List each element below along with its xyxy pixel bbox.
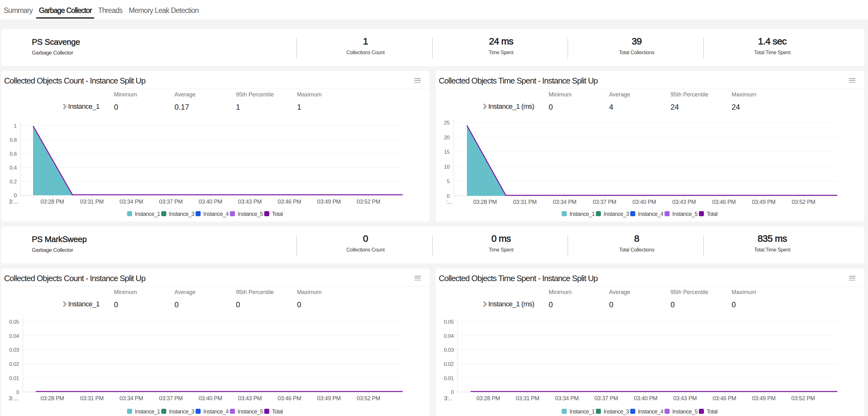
svg-text:03:34 PM: 03:34 PM — [119, 199, 143, 205]
svg-text:03:40 PM: 03:40 PM — [632, 199, 656, 205]
svg-text:25: 25 — [444, 120, 450, 126]
svg-text:03:31 PM: 03:31 PM — [513, 199, 537, 205]
svg-text:03:28 PM: 03:28 PM — [40, 395, 64, 402]
svg-text:03:43 PM: 03:43 PM — [238, 199, 262, 205]
svg-text:Instance_3: Instance_3 — [169, 409, 195, 415]
svg-text:0.02: 0.02 — [444, 361, 454, 367]
svg-text:1: 1 — [14, 123, 17, 129]
svg-text:03:31 PM: 03:31 PM — [80, 199, 104, 205]
svg-text:Instance_3: Instance_3 — [169, 211, 195, 217]
svg-text:03:37 PM: 03:37 PM — [159, 395, 183, 402]
svg-text:Instance_4: Instance_4 — [638, 211, 663, 217]
svg-text:Instance_3: Instance_3 — [604, 211, 629, 217]
svg-text:03:49 PM: 03:49 PM — [317, 395, 341, 402]
svg-text:0.01: 0.01 — [9, 375, 19, 381]
svg-text:3:...: 3:... — [9, 199, 18, 205]
svg-text:Total: Total — [707, 211, 717, 217]
svg-text:0: 0 — [451, 389, 454, 395]
svg-text:03:34 PM: 03:34 PM — [553, 199, 576, 205]
svg-text:03:46 PM: 03:46 PM — [277, 199, 301, 205]
svg-text:Instance_1: Instance_1 — [135, 211, 160, 217]
svg-text:03:46 PM: 03:46 PM — [712, 395, 736, 402]
svg-text:Instance_3: Instance_3 — [604, 409, 629, 415]
svg-text:03:46 PM: 03:46 PM — [277, 395, 301, 402]
svg-text:03:28 PM: 03:28 PM — [40, 199, 64, 205]
svg-text:03:40 PM: 03:40 PM — [634, 395, 657, 402]
svg-text:0: 0 — [14, 192, 17, 199]
svg-text:03:37 PM: 03:37 PM — [593, 199, 616, 205]
svg-text:03:52 PM: 03:52 PM — [791, 395, 815, 402]
svg-text:3:...: 3:... — [9, 395, 18, 402]
svg-text:0.03: 0.03 — [444, 347, 454, 353]
svg-text:03:40 PM: 03:40 PM — [198, 199, 222, 205]
svg-text:03:52 PM: 03:52 PM — [356, 395, 380, 402]
svg-text:03:49 PM: 03:49 PM — [752, 199, 775, 205]
svg-text:0: 0 — [446, 193, 450, 199]
svg-text:03:43 PM: 03:43 PM — [238, 395, 262, 402]
svg-text:Instance_5: Instance_5 — [238, 409, 263, 415]
svg-text:03:43 PM: 03:43 PM — [673, 395, 697, 402]
svg-text:03:28 PM: 03:28 PM — [476, 395, 500, 402]
svg-text:15: 15 — [444, 149, 450, 155]
svg-text:0.4: 0.4 — [10, 165, 17, 171]
svg-text:Instance_1: Instance_1 — [569, 211, 595, 217]
svg-text:0.2: 0.2 — [10, 179, 17, 185]
svg-text:03:52 PM: 03:52 PM — [356, 199, 380, 205]
svg-text:Instance_5: Instance_5 — [673, 211, 698, 217]
svg-text:03:49 PM: 03:49 PM — [317, 199, 341, 205]
svg-text:03:52 PM: 03:52 PM — [792, 199, 815, 205]
svg-text:03:31 PM: 03:31 PM — [516, 395, 539, 402]
svg-text::...: :... — [446, 199, 452, 205]
svg-text:0.05: 0.05 — [444, 319, 454, 325]
svg-text:0.01: 0.01 — [444, 375, 454, 381]
svg-text:0.6: 0.6 — [10, 151, 17, 157]
svg-text:03:40 PM: 03:40 PM — [198, 395, 222, 402]
svg-text:0.05: 0.05 — [9, 319, 19, 325]
svg-text:Instance_1: Instance_1 — [569, 409, 595, 415]
svg-text:Instance_4: Instance_4 — [638, 409, 663, 415]
svg-text:03:46 PM: 03:46 PM — [712, 199, 736, 205]
svg-text:03:37 PM: 03:37 PM — [159, 199, 183, 205]
svg-text:0.02: 0.02 — [9, 361, 19, 367]
svg-text:5: 5 — [446, 178, 450, 184]
svg-text:Total: Total — [707, 409, 717, 415]
svg-text:10: 10 — [444, 164, 450, 170]
svg-text:03:28 PM: 03:28 PM — [473, 199, 497, 205]
svg-text:Instance_4: Instance_4 — [204, 211, 229, 217]
svg-text:03:43 PM: 03:43 PM — [672, 199, 696, 205]
svg-text:03:34 PM: 03:34 PM — [555, 395, 579, 402]
svg-text:0.04: 0.04 — [9, 333, 19, 339]
svg-text:Instance_5: Instance_5 — [673, 409, 698, 415]
svg-text:Instance_4: Instance_4 — [204, 409, 229, 415]
svg-text:20: 20 — [444, 135, 450, 141]
svg-text:3:..: 3:.. — [444, 395, 452, 402]
svg-text:Instance_1: Instance_1 — [135, 409, 160, 415]
svg-text:Instance_5: Instance_5 — [238, 211, 263, 217]
svg-text:0.04: 0.04 — [444, 333, 454, 339]
svg-text:03:31 PM: 03:31 PM — [80, 395, 104, 402]
svg-text:Total: Total — [272, 409, 283, 415]
svg-text:03:37 PM: 03:37 PM — [594, 395, 618, 402]
svg-text:0.03: 0.03 — [9, 347, 19, 353]
svg-text:03:49 PM: 03:49 PM — [752, 395, 775, 402]
svg-text:Total: Total — [272, 211, 283, 217]
svg-text:03:34 PM: 03:34 PM — [119, 395, 143, 402]
svg-text:0.8: 0.8 — [10, 137, 17, 143]
svg-text:0: 0 — [17, 389, 19, 395]
